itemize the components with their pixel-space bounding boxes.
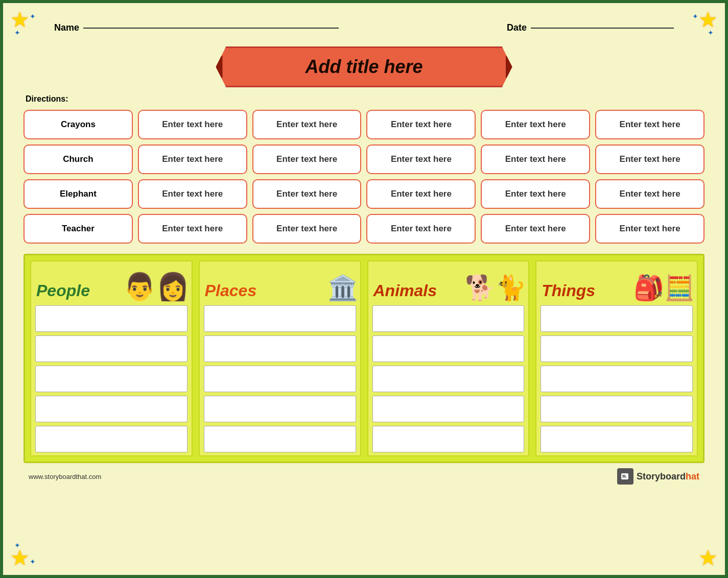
category-rows-things (536, 302, 697, 455)
word-cell-label: Crayons (24, 110, 133, 139)
category-input-places-0[interactable] (204, 305, 356, 332)
name-line (83, 28, 339, 29)
category-input-places-2[interactable] (204, 366, 356, 392)
category-title-people: People (36, 281, 90, 300)
category-icon-things: 🎒🧮 (633, 274, 695, 302)
category-rows-places (200, 302, 360, 455)
word-cell-input[interactable]: Enter text here (252, 144, 362, 174)
svg-rect-1 (622, 475, 625, 476)
category-input-places-3[interactable] (204, 396, 356, 422)
category-input-things-1[interactable] (541, 335, 693, 362)
category-input-things-2[interactable] (541, 366, 693, 392)
sparkle-tl1: ✦ (30, 12, 36, 20)
directions-label: Directions: (24, 94, 704, 104)
word-cell-label: Teacher (24, 214, 133, 244)
svg-rect-2 (622, 476, 626, 477)
sparkle-tr1: ✦ (692, 12, 698, 20)
categories-wrapper: People👨‍👩Places🏛️Animals🐕🐈Things🎒🧮 (24, 254, 704, 463)
category-header-people: People👨‍👩 (31, 261, 192, 302)
category-input-people-4[interactable] (35, 426, 187, 452)
word-cell-input[interactable]: Enter text here (481, 179, 590, 209)
category-col-places: Places🏛️ (199, 260, 361, 456)
category-input-people-2[interactable] (35, 366, 187, 392)
word-cell-input[interactable]: Enter text here (252, 214, 362, 244)
category-input-animals-3[interactable] (372, 396, 525, 422)
category-icon-places: 🏛️ (327, 274, 358, 302)
title-text: Add title here (305, 56, 422, 77)
category-input-people-3[interactable] (35, 396, 187, 422)
main-page: ★ ★ ★ ★ ✦ ✦ ✦ ✦ ✦ ✦ Name Date Add title … (0, 0, 728, 578)
word-cell-label: Elephant (24, 179, 133, 209)
sparkle-bl2: ✦ (14, 541, 20, 549)
sparkle-tl2: ✦ (14, 29, 20, 37)
category-input-animals-4[interactable] (372, 426, 525, 452)
category-header-things: Things🎒🧮 (536, 261, 697, 302)
date-line (531, 28, 674, 29)
word-cell-label: Church (24, 144, 133, 174)
word-cell-input[interactable]: Enter text here (366, 144, 476, 174)
footer-url: www.storyboardthat.com (29, 473, 101, 480)
category-icon-people: 👨‍👩 (123, 271, 190, 302)
category-input-animals-2[interactable] (372, 366, 525, 392)
date-label: Date (507, 22, 527, 33)
footer-logo: Storyboardhat (617, 468, 699, 485)
category-input-things-0[interactable] (541, 305, 693, 332)
word-cell-input[interactable]: Enter text here (252, 179, 362, 209)
category-header-animals: Animals🐕🐈 (368, 261, 529, 302)
category-input-things-3[interactable] (541, 396, 693, 422)
footer: www.storyboardthat.com Storyboardhat (24, 468, 704, 485)
category-title-things: Things (542, 281, 595, 300)
word-cell-input[interactable]: Enter text here (366, 214, 476, 244)
word-cell-input[interactable]: Enter text here (138, 110, 247, 139)
word-grid: CrayonsEnter text hereEnter text hereEnt… (24, 110, 704, 244)
category-input-people-1[interactable] (35, 335, 187, 362)
word-cell-input[interactable]: Enter text here (595, 144, 704, 174)
category-col-animals: Animals🐕🐈 (367, 260, 530, 456)
word-cell-input[interactable]: Enter text here (366, 179, 476, 209)
category-rows-animals (368, 302, 529, 455)
title-banner[interactable]: Add title here (216, 46, 512, 87)
name-label: Name (54, 22, 79, 33)
word-cell-input[interactable]: Enter text here (252, 110, 362, 139)
date-field-container: Date (507, 22, 674, 33)
name-field-container: Name (54, 22, 339, 33)
category-icon-animals: 🐕🐈 (465, 274, 526, 302)
word-cell-input[interactable]: Enter text here (595, 179, 704, 209)
sparkle-bl1: ✦ (30, 558, 36, 566)
word-cell-input[interactable]: Enter text here (138, 144, 247, 174)
category-title-animals: Animals (373, 281, 437, 300)
category-input-animals-0[interactable] (372, 305, 525, 332)
title-banner-container: Add title here (24, 46, 704, 87)
category-header-places: Places🏛️ (200, 261, 360, 302)
category-col-things: Things🎒🧮 (535, 260, 698, 456)
word-cell-input[interactable]: Enter text here (481, 214, 590, 244)
category-col-people: People👨‍👩 (30, 260, 193, 456)
star-bottom-right: ★ (695, 545, 721, 571)
logo-accent: hat (686, 471, 699, 481)
word-cell-input[interactable]: Enter text here (481, 110, 590, 139)
word-cell-input[interactable]: Enter text here (595, 110, 704, 139)
category-input-places-4[interactable] (204, 426, 356, 452)
category-rows-people (31, 302, 192, 455)
category-title-places: Places (205, 281, 256, 300)
category-input-places-1[interactable] (204, 335, 356, 362)
logo-text: Storyboardhat (637, 471, 699, 482)
sparkle-tr2: ✦ (708, 29, 714, 37)
category-input-people-0[interactable] (35, 305, 187, 332)
word-cell-input[interactable]: Enter text here (138, 214, 247, 244)
header-row: Name Date (24, 18, 704, 37)
category-input-things-4[interactable] (541, 426, 693, 452)
word-cell-input[interactable]: Enter text here (481, 144, 590, 174)
word-cell-input[interactable]: Enter text here (595, 214, 704, 244)
word-cell-input[interactable]: Enter text here (138, 179, 247, 209)
word-cell-input[interactable]: Enter text here (366, 110, 476, 139)
logo-icon (617, 468, 633, 485)
category-input-animals-1[interactable] (372, 335, 525, 362)
